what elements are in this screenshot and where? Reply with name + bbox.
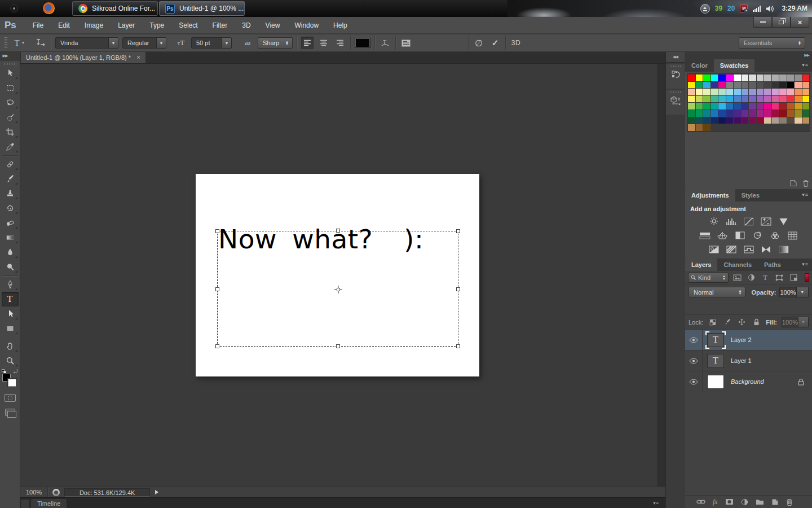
lasso-tool[interactable] <box>2 95 19 110</box>
layer-name[interactable]: Layer 1 <box>731 357 752 364</box>
color-swatch[interactable] <box>726 75 734 81</box>
visibility-cell[interactable] <box>685 351 703 371</box>
color-swatch[interactable] <box>703 89 710 95</box>
hidden-icons-button[interactable] <box>10 5 18 12</box>
eyedropper-tool[interactable] <box>2 139 19 154</box>
blur-tool[interactable] <box>2 245 19 260</box>
color-swatch[interactable] <box>742 89 749 95</box>
document-tab[interactable]: Untitled-1 @ 100% (Layer 1, RGB/8) * × <box>21 52 145 63</box>
color-swatch[interactable] <box>749 89 756 95</box>
rectangular-marquee-tool[interactable] <box>2 81 19 95</box>
tab-adjustments[interactable]: Adjustments <box>685 189 735 202</box>
color-swatch[interactable] <box>711 103 718 110</box>
align-center-button[interactable] <box>317 37 330 49</box>
color-swatch[interactable] <box>688 89 695 95</box>
quick-selection-tool[interactable] <box>2 110 19 125</box>
color-swatch[interactable] <box>802 75 810 81</box>
handle-middle-left[interactable] <box>215 287 219 291</box>
color-swatch[interactable] <box>787 117 795 124</box>
layer-row-layer1[interactable]: T Layer 1 <box>685 351 812 371</box>
type-tool[interactable]: T <box>2 292 19 306</box>
taskbar-button-photoshop[interactable]: Ps Untitled-1 @ 100% ... <box>159 1 245 16</box>
color-swatch[interactable] <box>787 110 795 117</box>
delete-swatch-trash-icon[interactable] <box>802 179 809 187</box>
clock[interactable]: 3:29 AM <box>782 5 807 12</box>
layer-thumbnail-background[interactable] <box>707 375 724 389</box>
screen-mode-button[interactable] <box>5 409 15 416</box>
color-swatch[interactable] <box>787 96 795 103</box>
menu-select[interactable]: Select <box>171 17 205 34</box>
color-swatch[interactable] <box>718 103 726 110</box>
color-swatch[interactable] <box>734 103 741 110</box>
taskbar-button-browser[interactable]: Silkroad Online For... <box>72 1 158 16</box>
pen-tool[interactable] <box>2 277 19 292</box>
handle-bottom-center[interactable] <box>336 344 340 348</box>
color-swatch[interactable] <box>749 82 756 89</box>
color-swatch[interactable] <box>772 82 779 89</box>
color-swatch[interactable] <box>711 110 718 117</box>
color-swatch[interactable] <box>779 89 787 95</box>
lock-position-icon[interactable] <box>737 318 747 327</box>
lock-image-pixels-icon[interactable] <box>722 318 732 327</box>
color-swatch[interactable] <box>742 96 749 103</box>
document-tab-close-icon[interactable]: × <box>136 54 140 61</box>
color-swatch[interactable] <box>696 110 703 117</box>
layers-panel-menu-icon[interactable]: ▾≡ <box>802 261 809 267</box>
filter-shape-layers-icon[interactable] <box>774 273 785 282</box>
menu-view[interactable]: View <box>258 17 288 34</box>
color-swatch[interactable] <box>779 96 787 103</box>
color-swatch[interactable] <box>757 103 764 110</box>
color-swatch[interactable] <box>757 89 764 95</box>
color-swatch[interactable] <box>726 117 734 124</box>
color-swatch[interactable] <box>711 96 718 103</box>
color-balance-icon[interactable] <box>716 230 730 240</box>
firefox-icon[interactable] <box>43 2 55 14</box>
color-swatch[interactable] <box>703 96 710 103</box>
color-swatch[interactable] <box>795 110 802 117</box>
color-swatch[interactable] <box>764 96 771 103</box>
color-swatch[interactable] <box>795 96 802 103</box>
timeline-grip[interactable] <box>21 500 29 508</box>
default-colors-icon[interactable] <box>2 369 7 374</box>
lock-all-icon[interactable] <box>752 318 762 327</box>
text-orientation-icon[interactable] <box>34 37 47 49</box>
timeline-tab[interactable]: Timeline <box>31 499 67 508</box>
antivirus-icon[interactable]: BA <box>740 5 748 12</box>
color-swatch[interactable] <box>688 103 695 110</box>
visibility-cell[interactable] <box>685 371 703 392</box>
color-swatch[interactable] <box>802 110 810 117</box>
swatches-panel-menu-icon[interactable]: ▾≡ <box>802 62 809 68</box>
align-left-button[interactable] <box>301 37 314 49</box>
color-swatch[interactable] <box>787 89 795 95</box>
new-layer-icon[interactable] <box>771 498 779 506</box>
tray-counter-green[interactable]: 39 <box>715 5 722 12</box>
color-swatch[interactable] <box>787 75 795 81</box>
layer-style-fx-icon[interactable]: fx <box>713 498 718 506</box>
menu-type[interactable]: Type <box>142 17 171 34</box>
filter-type-layers-icon[interactable]: T <box>760 273 771 282</box>
expand-panels-icon[interactable]: ◀◀ <box>666 52 685 63</box>
color-swatch[interactable] <box>802 103 810 110</box>
text-color-swatch[interactable] <box>355 38 370 48</box>
color-swatch[interactable] <box>772 103 779 110</box>
layer-filtering-toggle[interactable] <box>805 273 809 282</box>
color-swatch[interactable] <box>726 103 734 110</box>
tab-styles[interactable]: Styles <box>735 189 766 202</box>
spot-healing-brush-tool[interactable] <box>2 157 19 172</box>
minimize-button[interactable] <box>753 17 772 28</box>
color-swatch[interactable] <box>688 110 695 117</box>
gradient-tool[interactable] <box>2 230 19 245</box>
tab-color[interactable]: Color <box>685 59 714 72</box>
color-swatch[interactable] <box>688 124 695 131</box>
handle-top-left[interactable] <box>215 229 219 233</box>
hand-tool[interactable] <box>2 339 19 353</box>
handle-bottom-left[interactable] <box>215 344 219 348</box>
new-adjustment-layer-icon[interactable] <box>741 498 748 506</box>
color-swatch[interactable] <box>802 96 810 103</box>
color-swatch[interactable] <box>696 96 703 103</box>
color-swatch[interactable] <box>734 75 741 81</box>
properties-panel-button[interactable] <box>666 90 685 115</box>
new-swatch-icon[interactable] <box>789 179 797 187</box>
color-swatch[interactable] <box>757 110 764 117</box>
color-swatch[interactable] <box>703 124 710 131</box>
